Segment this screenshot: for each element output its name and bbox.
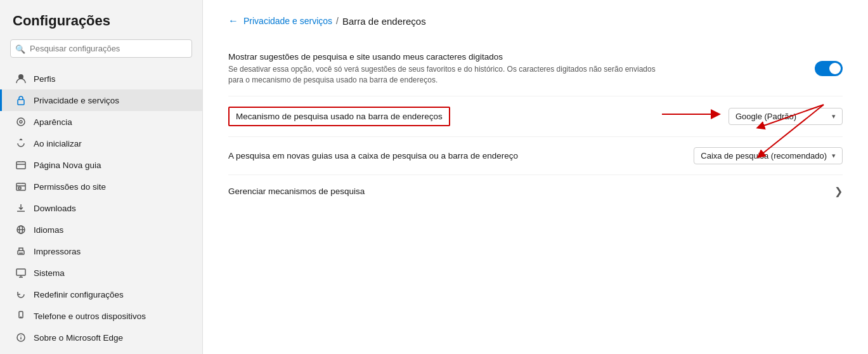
manage-row: Gerenciar mecanismos de pesquisa ❯ <box>228 175 843 207</box>
nav-label-sobre: Sobre o Microsoft Edge <box>34 333 123 343</box>
sidebar-title: Configurações <box>0 13 202 39</box>
nav-label-telefone: Telefone e outros dispositivos <box>34 311 146 321</box>
nav-label-downloads: Downloads <box>34 204 76 213</box>
nav-item-permissoes[interactable]: Permissões do site <box>0 176 202 197</box>
suggestions-toggle[interactable] <box>815 61 843 76</box>
svg-point-12 <box>21 317 22 318</box>
idiomas-icon <box>15 223 27 236</box>
main-content: ← Privacidade e serviços / Barra de ende… <box>203 0 868 354</box>
breadcrumb-current: Barra de endereços <box>342 16 426 27</box>
nav-item-sobre[interactable]: Sobre o Microsoft Edge <box>0 327 202 348</box>
new-tab-value: Caixa de pesquisa (recomendado) <box>701 151 827 161</box>
svg-point-3 <box>20 121 22 123</box>
permissoes-icon <box>15 180 27 193</box>
nav-item-privacidade[interactable]: Privacidade e serviços <box>0 89 202 111</box>
nav-label-privacidade: Privacidade e serviços <box>34 96 119 105</box>
privacidade-icon <box>15 94 27 107</box>
nav-item-ao-inicializar[interactable]: Ao inicializar <box>0 133 202 154</box>
svg-rect-10 <box>16 269 25 275</box>
nav-item-redefinir[interactable]: Redefinir configurações <box>0 284 202 305</box>
sobre-icon <box>15 331 27 344</box>
nav-item-nova-guia[interactable]: Página Nova guia <box>0 154 202 176</box>
breadcrumb-parent-link[interactable]: Privacidade e serviços <box>243 16 332 26</box>
nav-label-perfis: Perfis <box>34 74 56 84</box>
nav-item-downloads[interactable]: Downloads <box>0 197 202 219</box>
impressoras-icon <box>15 245 27 258</box>
nova-guia-icon <box>15 159 27 171</box>
manage-label: Gerenciar mecanismos de pesquisa <box>228 187 365 196</box>
search-engine-dropdown[interactable]: Google (Padrão) ▾ <box>729 108 843 125</box>
search-engine-value: Google (Padrão) <box>735 112 796 121</box>
nav-label-idiomas: Idiomas <box>34 225 63 235</box>
arrow-annotation-1 <box>662 105 725 124</box>
downloads-icon <box>15 202 27 214</box>
nav-label-sistema: Sistema <box>34 268 65 278</box>
search-engine-dropdown-arrow: ▾ <box>832 112 836 121</box>
nav-label-impressoras: Impressoras <box>34 247 81 256</box>
redefinir-icon <box>15 288 27 301</box>
search-icon: 🔍 <box>15 44 25 53</box>
svg-rect-6 <box>18 187 21 189</box>
nav-label-aparencia: Aparência <box>34 117 72 127</box>
suggestions-desc: Se desativar essa opção, você só verá su… <box>228 64 659 86</box>
back-button[interactable]: ← <box>228 15 238 27</box>
manage-chevron-icon[interactable]: ❯ <box>834 185 843 197</box>
new-tab-dropdown[interactable]: Caixa de pesquisa (recomendado) ▾ <box>694 147 843 164</box>
new-tab-label: A pesquisa em novas guias usa a caixa de… <box>228 151 518 161</box>
nav-item-sistema[interactable]: Sistema <box>0 262 202 284</box>
suggestions-label-group: Mostrar sugestões de pesquisa e site usa… <box>228 52 672 86</box>
nav-item-aparencia[interactable]: Aparência <box>0 111 202 133</box>
inicializar-icon <box>15 137 27 150</box>
aparencia-icon <box>15 115 27 128</box>
toggle-track[interactable] <box>815 61 843 76</box>
search-engine-row: Mecanismo de pesquisa usado na barra de … <box>228 96 843 137</box>
perfis-icon <box>15 72 27 85</box>
sistema-icon <box>15 266 27 279</box>
sidebar: Configurações 🔍 Perfis Privacidade e ser… <box>0 0 203 354</box>
nav-label-redefinir: Redefinir configurações <box>34 290 124 299</box>
nav-item-telefone[interactable]: Telefone e outros dispositivos <box>0 305 202 327</box>
nav-label-nova-guia: Página Nova guia <box>34 161 101 170</box>
new-tab-dropdown-arrow: ▾ <box>832 152 836 160</box>
nav-item-idiomas[interactable]: Idiomas <box>0 219 202 240</box>
telefone-icon <box>15 310 27 322</box>
nav-label-ao-inicializar: Ao inicializar <box>34 139 82 148</box>
toggle-thumb <box>829 63 841 74</box>
breadcrumb: ← Privacidade e serviços / Barra de ende… <box>228 15 843 27</box>
suggestions-label: Mostrar sugestões de pesquisa e site usa… <box>228 52 672 62</box>
new-tab-row: A pesquisa em novas guias usa a caixa de… <box>228 137 843 175</box>
svg-rect-9 <box>18 251 24 254</box>
nav-item-impressoras[interactable]: Impressoras <box>0 240 202 262</box>
nav-item-perfis[interactable]: Perfis <box>0 68 202 89</box>
nav-label-permissoes: Permissões do site <box>34 182 106 192</box>
search-engine-label: Mecanismo de pesquisa usado na barra de … <box>228 107 450 126</box>
search-input[interactable] <box>10 39 192 58</box>
svg-point-2 <box>17 118 25 126</box>
svg-rect-4 <box>16 162 25 169</box>
search-box-container: 🔍 <box>10 39 192 58</box>
suggestions-row: Mostrar sugestões de pesquisa e site usa… <box>228 42 843 96</box>
svg-rect-1 <box>18 100 24 105</box>
breadcrumb-separator: / <box>336 16 339 26</box>
